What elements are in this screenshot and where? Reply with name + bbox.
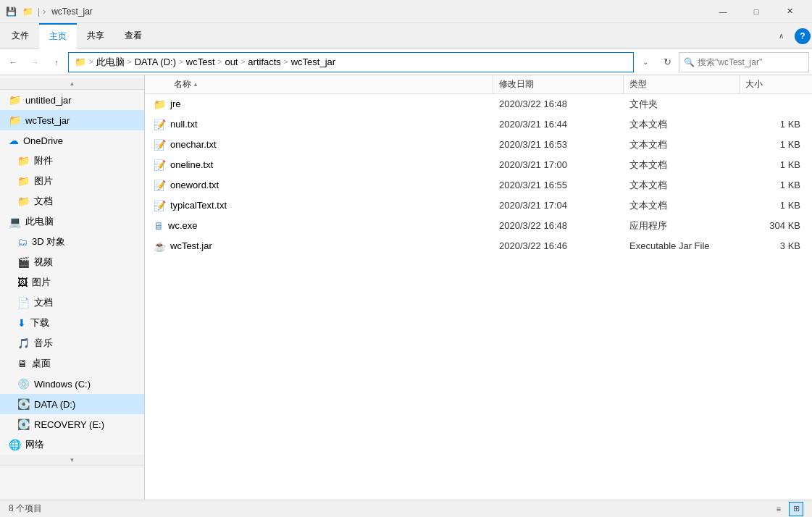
- folder-icon: 📁: [9, 114, 21, 126]
- file-modified: 2020/3/21 16:53: [493, 139, 624, 150]
- tab-file[interactable]: 文件: [1, 23, 39, 49]
- file-name: wc.exe: [168, 220, 197, 231]
- search-box[interactable]: 🔍: [679, 52, 809, 72]
- file-name-cell: 🖥 wc.exe: [151, 220, 493, 232]
- path-segment-data[interactable]: DATA (D:): [135, 56, 176, 67]
- file-type: 文本文档: [624, 159, 740, 172]
- file-icon: 📝: [154, 180, 166, 191]
- file-name-cell: ☕ wcTest.jar: [151, 240, 493, 252]
- sidebar-item-data-d[interactable]: 💽 DATA (D:): [0, 394, 144, 414]
- col-header-size[interactable]: 大小: [740, 75, 812, 93]
- col-header-type[interactable]: 类型: [624, 75, 740, 93]
- sidebar-item-attachments[interactable]: 📁 附件: [0, 151, 144, 171]
- up-button[interactable]: ↑: [46, 52, 67, 72]
- title-bar-icons: 💾 📁 | ›: [6, 7, 46, 17]
- path-segment-wctest-jar[interactable]: wcTest_jar: [291, 56, 335, 67]
- sidebar-item-this-pc[interactable]: 💻 此电脑: [0, 211, 144, 232]
- table-row[interactable]: 📁 jre 2020/3/22 16:48 文件夹: [145, 94, 812, 114]
- path-segment-artifacts[interactable]: artifacts: [248, 56, 281, 67]
- content-area: 名称 ▲ 修改日期 类型 大小 📁 jre 2020/3/22 16:48 文件…: [145, 75, 812, 500]
- file-type: 文本文档: [624, 138, 740, 151]
- sidebar-item-3d-objects[interactable]: 🗂 3D 对象: [0, 232, 144, 252]
- desktop-icon: 🖥: [17, 358, 28, 369]
- back-button[interactable]: ←: [3, 52, 23, 72]
- sidebar-item-windows-c[interactable]: 💿 Windows (C:): [0, 374, 144, 394]
- sidebar-item-img[interactable]: 🖼 图片: [0, 272, 144, 293]
- view-details-button[interactable]: ⊞: [789, 502, 803, 516]
- sidebar-item-wctest-jar[interactable]: 📁 wcTest_jar: [0, 110, 144, 130]
- table-row[interactable]: 📝 null.txt 2020/3/21 16:44 文本文档 1 KB: [145, 114, 812, 135]
- sidebar-item-untitled-jar[interactable]: 📁 untitled_jar: [0, 90, 144, 110]
- maximize-button[interactable]: □: [740, 0, 773, 23]
- sidebar-scroll-down[interactable]: ▼: [0, 455, 144, 466]
- file-name-cell: 📝 oneline.txt: [151, 159, 493, 171]
- sidebar: ▲ 📁 untitled_jar 📁 wcTest_jar ☁ OneDrive…: [0, 75, 145, 500]
- file-name: typicalText.txt: [170, 200, 227, 211]
- sidebar-item-downloads[interactable]: ⬇ 下载: [0, 313, 144, 333]
- ribbon-expand-button[interactable]: ∧: [773, 28, 789, 44]
- folder-icon: 📁: [9, 94, 21, 106]
- ribbon: 文件 主页 共享 查看 ∧ ?: [0, 23, 812, 49]
- close-button[interactable]: ✕: [773, 0, 806, 23]
- col-header-modified[interactable]: 修改日期: [493, 75, 624, 93]
- sort-arrow: ▲: [193, 81, 198, 88]
- sidebar-scroll-up[interactable]: ▲: [0, 78, 144, 90]
- tab-view[interactable]: 查看: [114, 23, 152, 49]
- sidebar-item-music[interactable]: 🎵 音乐: [0, 333, 144, 353]
- sidebar-item-docs[interactable]: 📄 文档: [0, 293, 144, 313]
- view-list-button[interactable]: ≡: [771, 502, 786, 516]
- path-dropdown-button[interactable]: ⌄: [635, 52, 656, 72]
- file-size: 3 KB: [740, 240, 812, 251]
- network-icon: 🌐: [9, 439, 21, 450]
- main-container: ▲ 📁 untitled_jar 📁 wcTest_jar ☁ OneDrive…: [0, 75, 812, 500]
- file-name: oneline.txt: [170, 159, 213, 170]
- sidebar-item-onedrive[interactable]: ☁ OneDrive: [0, 130, 144, 151]
- file-name: jre: [170, 98, 180, 109]
- file-name: null.txt: [170, 119, 198, 130]
- search-input[interactable]: [698, 57, 804, 67]
- file-modified: 2020/3/22 16:48: [493, 220, 624, 231]
- table-row[interactable]: ☕ wcTest.jar 2020/3/22 16:46 Executable …: [145, 236, 812, 256]
- download-icon: ⬇: [17, 317, 26, 329]
- file-modified: 2020/3/21 16:55: [493, 180, 624, 190]
- sidebar-item-recovery-e[interactable]: 💽 RECOVERY (E:): [0, 414, 144, 434]
- file-modified: 2020/3/21 17:00: [493, 159, 624, 170]
- file-icon: 🖥: [154, 220, 164, 232]
- path-segment-computer[interactable]: 此电脑: [96, 56, 125, 69]
- sidebar-item-network[interactable]: 🌐 网络: [0, 434, 144, 455]
- sidebar-item-videos[interactable]: 🎬 视频: [0, 252, 144, 272]
- table-row[interactable]: 🖥 wc.exe 2020/3/22 16:48 应用程序 304 KB: [145, 216, 812, 236]
- sidebar-item-documents[interactable]: 📁 文档: [0, 191, 144, 211]
- file-size: 1 KB: [740, 200, 812, 211]
- address-path[interactable]: 📁 > 此电脑 > DATA (D:) > wcTest > out > art…: [68, 52, 634, 72]
- file-name-cell: 📁 jre: [151, 98, 493, 110]
- drive-icon: 💿: [17, 378, 30, 390]
- title-bar-controls: — □ ✕: [706, 0, 806, 23]
- forward-button[interactable]: →: [25, 52, 45, 72]
- path-segment-wctest[interactable]: wcTest: [186, 56, 215, 67]
- table-row[interactable]: 📝 oneline.txt 2020/3/21 17:00 文本文档 1 KB: [145, 155, 812, 175]
- table-row[interactable]: 📝 typicalText.txt 2020/3/21 17:04 文本文档 1…: [145, 196, 812, 216]
- computer-icon: 💻: [9, 216, 21, 227]
- col-header-name[interactable]: 名称 ▲: [168, 75, 493, 93]
- path-segment-out[interactable]: out: [225, 56, 238, 67]
- video-icon: 🎬: [17, 256, 30, 268]
- sidebar-item-pictures[interactable]: 📁 图片: [0, 171, 144, 191]
- minimize-button[interactable]: —: [706, 0, 740, 23]
- 3d-icon: 🗂: [17, 236, 28, 248]
- file-modified: 2020/3/21 16:44: [493, 119, 624, 130]
- sidebar-item-desktop[interactable]: 🖥 桌面: [0, 353, 144, 374]
- file-size: 1 KB: [740, 139, 812, 150]
- refresh-button[interactable]: ↻: [657, 52, 677, 72]
- tab-home[interactable]: 主页: [39, 23, 77, 49]
- file-modified: 2020/3/22 16:46: [493, 240, 624, 251]
- title-bar: 💾 📁 | › wcTest_jar — □ ✕: [0, 0, 812, 23]
- file-name-cell: 📝 null.txt: [151, 119, 493, 130]
- tab-share[interactable]: 共享: [77, 23, 114, 49]
- folder-icon: 📁: [17, 175, 30, 187]
- table-row[interactable]: 📝 oneword.txt 2020/3/21 16:55 文本文档 1 KB: [145, 175, 812, 196]
- help-button[interactable]: ?: [795, 28, 811, 44]
- file-name-cell: 📝 oneword.txt: [151, 180, 493, 191]
- table-row[interactable]: 📝 onechar.txt 2020/3/21 16:53 文本文档 1 KB: [145, 135, 812, 155]
- file-type: Executable Jar File: [624, 240, 740, 251]
